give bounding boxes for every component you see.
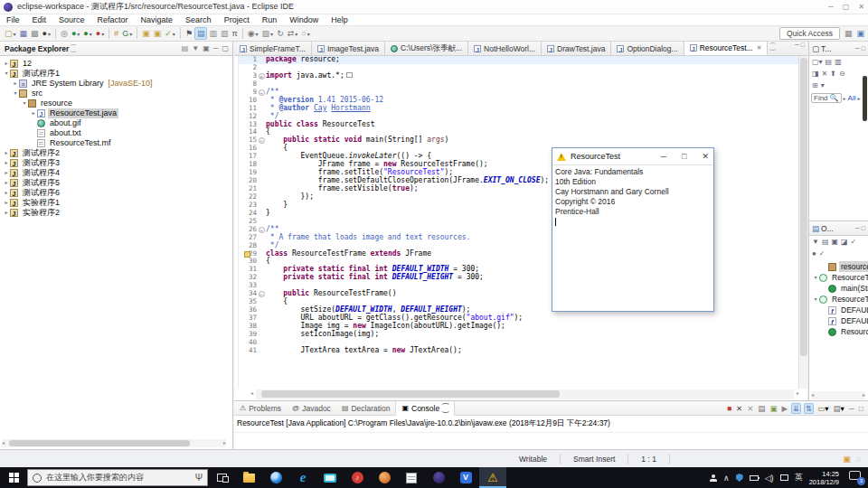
new-java-project-icon[interactable]: # bbox=[112, 27, 120, 40]
view-toolbar-icon[interactable]: ▣ bbox=[203, 44, 210, 52]
outline-item[interactable]: ▾ResourceTest bbox=[809, 272, 868, 283]
package-explorer-item[interactable]: ▾src bbox=[0, 89, 232, 99]
annotations-icon[interactable]: ▥ bbox=[219, 27, 231, 40]
task-list-tab[interactable]: T... bbox=[821, 44, 831, 53]
skip-breakpoints-icon[interactable]: ◎ bbox=[59, 27, 70, 40]
taskbar-app-office-app[interactable] bbox=[398, 467, 425, 488]
console-tab-declaration[interactable]: ▤Declaration bbox=[336, 401, 396, 416]
maximize-button[interactable]: □ bbox=[682, 152, 686, 161]
package-explorer-item[interactable]: ▸J测试程序6 bbox=[0, 188, 232, 198]
package-explorer-item[interactable]: ▸J测试程序5 bbox=[0, 178, 232, 188]
taskbar-app-orange-app[interactable] bbox=[371, 467, 398, 488]
minimize-maximize-icons[interactable]: ─ □ bbox=[855, 45, 868, 52]
window-control[interactable]: ▢ bbox=[843, 3, 850, 11]
menu-file[interactable]: File bbox=[0, 14, 26, 26]
dropdown-arrow-icon[interactable]: ▾ bbox=[841, 404, 844, 413]
menu-run[interactable]: Run bbox=[256, 14, 284, 26]
code-line[interactable]: 15− public static void main(String[] arg… bbox=[239, 136, 807, 145]
window-control[interactable]: ─ bbox=[828, 3, 834, 11]
save-icon[interactable]: ▦ bbox=[18, 27, 30, 40]
console-tool-icon[interactable]: ▭▾ bbox=[816, 404, 829, 413]
code-line[interactable]: 8 bbox=[239, 80, 807, 89]
console-tab-javadoc[interactable]: @Javadoc bbox=[287, 401, 336, 416]
dropdown-arrow-icon[interactable]: ▾ bbox=[129, 31, 132, 37]
taskbar-app-eclipse-ide[interactable] bbox=[425, 467, 452, 488]
code-line[interactable]: 29class ResourceTestFrame extends JFrame bbox=[239, 250, 807, 258]
security-shield-icon[interactable] bbox=[736, 474, 743, 482]
open-resource-icon[interactable]: ▣ bbox=[152, 27, 164, 40]
code-line[interactable]: 24} bbox=[239, 210, 807, 218]
scrollbar-thumb[interactable] bbox=[261, 390, 560, 398]
external-tools-icon[interactable]: ✓▾ bbox=[163, 27, 177, 40]
editor-tab-drawtest-java[interactable]: JDrawTest.java bbox=[542, 42, 611, 55]
run-icon[interactable]: ●▾ bbox=[70, 27, 81, 40]
editor-tab-imagetest-java[interactable]: JImageTest.java bbox=[312, 42, 385, 55]
taskbar-app-java-resource-test-app[interactable]: ⚠ bbox=[479, 467, 506, 488]
code-editor[interactable]: 1package resource;23+import java.awt.*;8… bbox=[234, 56, 807, 389]
code-line[interactable]: 25 bbox=[239, 218, 807, 226]
view-toolbar-icon[interactable]: ▢ bbox=[222, 44, 229, 52]
task-list-tool-icon[interactable]: ⬆ bbox=[830, 70, 836, 78]
outline-tab[interactable]: O... bbox=[821, 224, 834, 233]
coverage-icon[interactable]: ●▾ bbox=[94, 27, 106, 40]
fold-toggle-icon[interactable]: + bbox=[257, 72, 266, 80]
scroll-right-arrow[interactable]: ▸ bbox=[797, 389, 799, 398]
microphone-icon[interactable]: Ψ bbox=[195, 473, 203, 483]
battery-icon[interactable] bbox=[750, 475, 759, 481]
fold-toggle-icon[interactable]: − bbox=[257, 290, 266, 298]
dropdown-arrow-icon[interactable]: ▾ bbox=[270, 31, 273, 37]
scrollbar-thumb[interactable] bbox=[800, 58, 807, 356]
outline-item[interactable]: resource bbox=[809, 261, 868, 272]
resource-test-app-window[interactable]: ResourceTest ─ □ ✕ Core Java: Fundamenta… bbox=[552, 147, 714, 312]
task-list-tool-icon[interactable]: ✕ bbox=[822, 70, 828, 78]
volume-icon[interactable]: ◁) bbox=[765, 474, 774, 483]
editor-tab-optiondialog-[interactable]: JOptionDialog... bbox=[611, 42, 684, 55]
menu-navigate[interactable]: Navigate bbox=[135, 14, 180, 26]
scroll-right-arrow[interactable]: ▸ bbox=[863, 391, 865, 399]
taskbar-app-netease-music[interactable]: ♪ bbox=[344, 467, 371, 488]
package-explorer-item[interactable]: ▾resource bbox=[0, 99, 232, 108]
package-explorer-item[interactable]: ▸J测试程序4 bbox=[0, 168, 232, 178]
task-list-tool-icon[interactable]: ◨ bbox=[812, 70, 819, 78]
package-explorer-item[interactable]: ▸J测试程序2 bbox=[0, 148, 232, 158]
view-toolbar-icon[interactable]: ─ bbox=[213, 44, 219, 52]
console-tool-icon[interactable]: ▤▾ bbox=[833, 404, 845, 413]
people-icon[interactable] bbox=[710, 474, 717, 482]
taskbar-app-file-explorer[interactable] bbox=[235, 467, 262, 488]
task-filter-all[interactable]: All bbox=[848, 94, 856, 102]
outline-item[interactable]: main(String[]... bbox=[809, 283, 868, 294]
code-line[interactable]: 1package resource; bbox=[239, 56, 807, 64]
outline-item[interactable]: fDEFAULT_HEIGHT bbox=[809, 315, 868, 326]
expand-arrow-icon[interactable]: ▾ bbox=[12, 89, 19, 99]
outline-tool-icon[interactable]: ● bbox=[812, 249, 816, 258]
console-tool-icon[interactable]: ▣ bbox=[769, 404, 778, 413]
app-window-titlebar[interactable]: ResourceTest ─ □ ✕ bbox=[552, 148, 713, 165]
package-explorer-item[interactable]: ▸≡JRE System Library [JavaSE-10] bbox=[0, 79, 232, 89]
dropdown-arrow-icon[interactable]: ▾ bbox=[825, 404, 828, 413]
editor-tab-nothelloworl-[interactable]: JNotHelloWorl... bbox=[468, 42, 542, 55]
action-center-button[interactable]: 3 bbox=[849, 471, 864, 484]
expand-arrow-icon[interactable]: ▸ bbox=[12, 79, 19, 89]
outline-item[interactable]: ResourceTestF... bbox=[809, 326, 868, 337]
expand-arrow-icon[interactable]: ▸ bbox=[3, 59, 10, 69]
java-ee-perspective-icon[interactable]: ▦ bbox=[844, 29, 853, 38]
mark-occurrences-icon[interactable]: ▥ bbox=[207, 27, 219, 40]
window-control[interactable]: ✕ bbox=[858, 3, 864, 11]
package-explorer-item[interactable]: ▸J12 bbox=[0, 59, 232, 69]
code-line[interactable]: 39 setIconImage(img); bbox=[239, 331, 807, 339]
minimize-maximize-icons[interactable]: ─ □ bbox=[855, 225, 868, 231]
task-list-scrollbar-thumb[interactable] bbox=[863, 76, 867, 121]
dropdown-arrow-icon[interactable]: ▾ bbox=[101, 31, 104, 37]
save-all-icon[interactable]: ▩ bbox=[29, 27, 41, 40]
debug-icon[interactable]: ●▾ bbox=[41, 27, 52, 40]
package-explorer-item[interactable]: ▸JResourceTest.java bbox=[0, 108, 232, 118]
expand-arrow-icon[interactable]: ▸ bbox=[3, 148, 10, 158]
outline-tool-icon[interactable]: ▼ bbox=[812, 238, 819, 246]
code-line[interactable]: 23 } bbox=[239, 202, 807, 210]
dropdown-arrow-icon[interactable]: ▾ bbox=[77, 31, 80, 37]
console-tool-icon[interactable]: ✕ bbox=[746, 404, 754, 413]
code-line[interactable]: 41 JTextArea textArea = new JTextArea(); bbox=[239, 347, 807, 355]
package-explorer-item[interactable]: about.gif bbox=[0, 118, 232, 128]
code-line[interactable]: 32 private static final int DEFAULT_HEIG… bbox=[239, 274, 807, 282]
code-line[interactable]: 27 * A frame that loads image and text r… bbox=[239, 234, 807, 242]
